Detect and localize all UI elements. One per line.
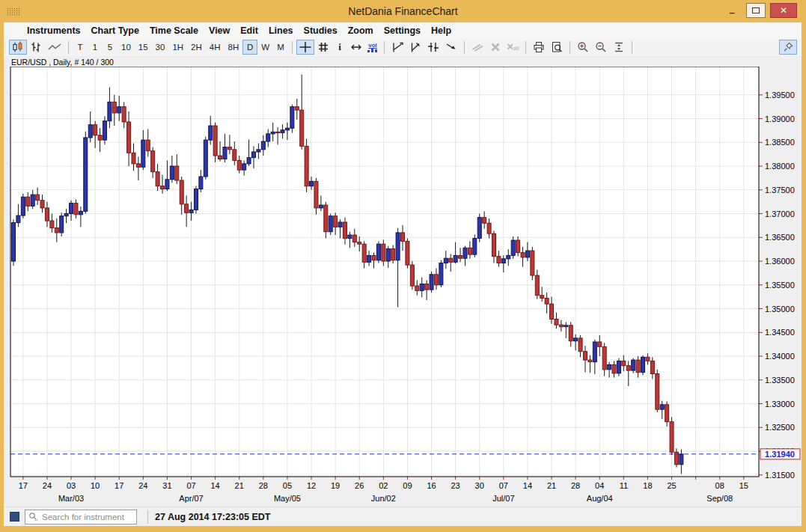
pin-toolbar-button[interactable]	[779, 40, 797, 55]
candle-body	[632, 360, 635, 370]
search-input[interactable]	[40, 512, 129, 522]
x-axis-label: 21	[235, 481, 244, 490]
close-button[interactable]: ✕	[770, 3, 797, 18]
candle-body	[382, 244, 385, 261]
timeframe-button-15[interactable]: 15	[135, 40, 152, 55]
y-axis-label: 1.38500	[765, 138, 795, 147]
candle-body	[40, 201, 44, 208]
candle-body	[593, 342, 596, 362]
candle-body	[50, 221, 54, 228]
timeframe-button-2H[interactable]: 2H	[187, 40, 206, 55]
x-axis-label: 09	[403, 481, 412, 490]
menu-view[interactable]: View	[209, 25, 230, 36]
ray-line-button[interactable]	[406, 40, 424, 55]
candle-body	[477, 218, 481, 239]
pointer-arrow-button[interactable]	[442, 40, 460, 55]
candle-body	[622, 361, 626, 365]
candle-body	[122, 107, 126, 122]
info-button[interactable]: i	[332, 40, 347, 55]
toolbar-separator	[632, 41, 632, 54]
menu-zoom[interactable]: Zoom	[348, 25, 373, 36]
candle-body	[406, 241, 409, 265]
print-preview-button[interactable]	[548, 40, 566, 55]
menu-help[interactable]: Help	[431, 25, 451, 36]
print-icon	[532, 40, 546, 54]
timeframe-button-T[interactable]: T	[73, 40, 88, 55]
status-bar: 27 Aug 2014 17:23:05 EDT	[4, 507, 802, 526]
candle-body	[117, 107, 121, 113]
app-window: NetDania FinanceChart – ✕ InstrumentsCha…	[0, 0, 806, 532]
horizontal-expand-icon	[349, 40, 363, 54]
month-label: Jun/02	[371, 494, 396, 503]
menu-lines[interactable]: Lines	[269, 25, 293, 36]
candle-body	[425, 284, 429, 290]
menu-edit[interactable]: Edit	[240, 25, 258, 36]
line-chart-button[interactable]	[45, 40, 64, 55]
price-chart[interactable]: 1.395001.390001.385001.380001.375001.370…	[4, 67, 802, 507]
volume-button[interactable]: vol	[365, 40, 380, 55]
line-chart-icon	[47, 40, 62, 54]
x-axis-label: 28	[259, 481, 268, 490]
candle-body	[352, 235, 356, 242]
candle-body	[98, 135, 102, 140]
candle-body	[156, 172, 159, 186]
candle-body	[608, 364, 611, 369]
zoom-out-icon	[594, 40, 608, 54]
menu-time-scale[interactable]: Time Scale	[150, 25, 198, 36]
candle-body	[559, 325, 563, 327]
zoom-in-button[interactable]	[574, 40, 592, 55]
delete-all-button[interactable]: all	[504, 40, 522, 55]
toolbar: T151015301H2H4H8HDWM i	[4, 38, 802, 56]
timeframe-button-1H[interactable]: 1H	[168, 40, 187, 55]
grid-button[interactable]	[314, 40, 332, 55]
candle-body	[545, 299, 549, 305]
candle-body	[94, 125, 97, 135]
channel-button[interactable]	[424, 40, 442, 55]
candlestick-chart-icon	[11, 40, 25, 54]
horizontal-expand-button[interactable]	[347, 40, 365, 55]
menu-instruments[interactable]: Instruments	[27, 25, 81, 36]
candle-body	[636, 360, 640, 373]
candle-body	[64, 214, 68, 216]
candle-body	[127, 122, 131, 153]
candle-body	[300, 110, 304, 146]
timeframe-button-D[interactable]: D	[242, 40, 257, 55]
timeframe-button-4H[interactable]: 4H	[206, 40, 225, 55]
fit-vertical-button[interactable]	[610, 40, 628, 55]
zoom-out-button[interactable]	[592, 40, 610, 55]
timeframe-button-1[interactable]: 1	[88, 40, 103, 55]
x-axis-label: 16	[427, 481, 436, 490]
maximize-button[interactable]	[746, 3, 766, 18]
candle-body	[617, 361, 620, 373]
timeframe-button-30[interactable]: 30	[152, 40, 169, 55]
trendline-button[interactable]	[388, 40, 406, 55]
x-axis-label: 24	[43, 481, 52, 490]
parallel-lines-button[interactable]	[468, 40, 486, 55]
crosshair-button[interactable]	[296, 40, 314, 55]
timeframe-button-8H[interactable]: 8H	[225, 40, 243, 55]
candle-body	[444, 258, 448, 263]
timeframe-button-10[interactable]: 10	[117, 40, 135, 55]
candle-body	[257, 150, 260, 152]
candle-body	[285, 128, 289, 130]
menu-settings[interactable]: Settings	[384, 25, 421, 36]
candle-body	[391, 249, 395, 260]
timeframe-button-W[interactable]: W	[257, 40, 273, 55]
y-axis-label: 1.36500	[765, 233, 795, 242]
timeframe-button-5[interactable]: 5	[103, 40, 117, 55]
timeframe-button-M[interactable]: M	[273, 40, 288, 55]
candle-body	[261, 141, 265, 150]
menu-studies[interactable]: Studies	[304, 25, 338, 36]
candle-body	[219, 156, 222, 159]
minimize-button[interactable]: –	[722, 3, 742, 18]
current-price-label: 1.31940	[765, 450, 795, 459]
instrument-search-box[interactable]	[25, 510, 137, 525]
candle-body	[564, 325, 568, 327]
delete-button[interactable]	[486, 40, 504, 55]
x-axis-label: 15	[739, 481, 748, 490]
month-label: Sep/08	[706, 494, 733, 503]
ohlc-bar-button[interactable]	[27, 40, 45, 55]
print-button[interactable]	[530, 40, 548, 55]
menu-chart-type[interactable]: Chart Type	[91, 25, 139, 36]
candlestick-chart-button[interactable]	[9, 40, 27, 55]
